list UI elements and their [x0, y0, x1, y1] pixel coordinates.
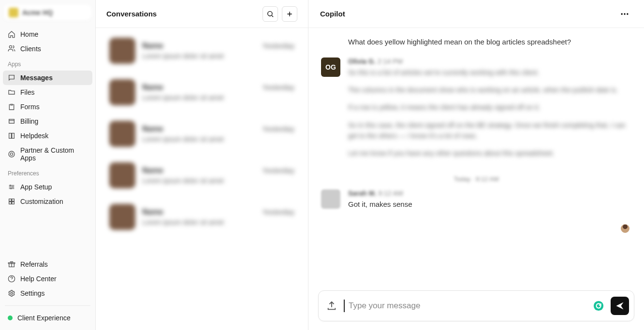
message-input[interactable]: [344, 300, 586, 312]
message-answer: OG Olivia G. 2:14 PM So this is a list o…: [321, 57, 631, 166]
folder-icon: [8, 88, 15, 96]
client-experience-status[interactable]: Client Experience: [3, 311, 92, 325]
gift-icon: [8, 260, 15, 268]
message-body: So this is a list of articles we’re curr…: [348, 67, 631, 159]
conversation-preview: Lorem ipsum dolor sit amet: [142, 218, 294, 226]
conversation-name: Name: [142, 208, 163, 216]
home-icon: [8, 30, 15, 38]
composer-area: [308, 285, 644, 330]
conversation-item[interactable]: NameYesterdayLorem ipsum dolor sit amet: [104, 199, 299, 235]
status-dot-icon: [8, 316, 13, 320]
sidebar-item-settings[interactable]: Settings: [3, 286, 92, 301]
sidebar-item-label: App Setup: [20, 183, 52, 191]
sidebar-item-messages[interactable]: Messages: [3, 71, 92, 85]
sidebar-item-files[interactable]: Files: [3, 85, 92, 100]
plus-icon: [286, 10, 293, 18]
conversation-time: Yesterday: [263, 84, 294, 91]
grid-icon: [8, 198, 15, 205]
sidebar-item-forms[interactable]: Forms: [3, 100, 92, 114]
sidebar-item-app-setup[interactable]: App Setup: [3, 180, 92, 194]
sidebar-item-referrals[interactable]: Referrals: [3, 257, 92, 272]
conversation-item[interactable]: NameYesterdayLorem ipsum dolor sit amet: [104, 74, 299, 110]
sidebar-item-label: Settings: [20, 289, 45, 297]
conversation-time: Yesterday: [263, 167, 294, 174]
chat-icon: [8, 74, 15, 82]
sidebar-item-label: Billing: [20, 117, 38, 125]
conversations-title: Conversations: [106, 10, 157, 18]
sidebar-item-label: Helpdesk: [20, 132, 48, 140]
conversation-time: Yesterday: [263, 208, 294, 216]
sidebar-item-label: Partner & Custom Apps: [20, 146, 88, 162]
message-text: What does yellow highlighted mean on the…: [348, 37, 631, 48]
sidebar-item-label: Files: [20, 88, 35, 96]
help-icon: [8, 275, 15, 283]
copilot-more-button[interactable]: [617, 6, 632, 22]
copilot-header: Copilot: [308, 0, 644, 28]
sidebar-item-home[interactable]: Home: [3, 27, 92, 42]
sidebar-item-label: Forms: [20, 103, 40, 111]
conversation-time: Yesterday: [263, 42, 294, 50]
avatar: [321, 189, 340, 209]
status-label: Client Experience: [17, 314, 71, 322]
book-icon: [8, 132, 15, 140]
avatar: [109, 38, 135, 64]
message-meta: Olivia G. 2:14 PM: [348, 57, 631, 65]
workspace-name: Acme HQ: [22, 9, 53, 16]
upload-icon: [326, 301, 337, 311]
message-composer: [318, 290, 634, 321]
message-text: Got it, makes sense: [348, 199, 631, 210]
message-question: What does yellow highlighted mean on the…: [321, 37, 631, 48]
apps-section-label: Apps: [3, 56, 92, 71]
sidebar-item-customization[interactable]: Customization: [3, 194, 92, 209]
conversation-name: Name: [142, 166, 163, 175]
workspace-switcher[interactable]: Acme HQ: [4, 5, 91, 20]
copilot-title: Copilot: [320, 10, 345, 18]
target-icon: [8, 150, 15, 158]
sidebar-item-label: Help Center: [20, 275, 57, 283]
avatar: [109, 204, 135, 230]
workspace-avatar: [9, 8, 18, 17]
grammarly-icon: [593, 301, 604, 311]
message-paragraph: Let me know if you have any other questi…: [348, 148, 631, 158]
message-paragraph: So in this case, the client signed off o…: [348, 120, 631, 142]
sidebar: Acme HQ HomeClients Apps MessagesFilesFo…: [0, 0, 96, 330]
conversation-item[interactable]: NameYesterdayLorem ipsum dolor sit amet: [104, 33, 299, 69]
conversation-item[interactable]: NameYesterdayLorem ipsum dolor sit amet: [104, 116, 299, 152]
conversation-name: Name: [142, 83, 163, 92]
new-conversation-button[interactable]: [282, 6, 297, 22]
copilot-panel: Copilot What does yellow highlighted mea…: [308, 0, 644, 330]
clipboard-icon: [8, 103, 15, 111]
sidebar-item-help-center[interactable]: Help Center: [3, 272, 92, 286]
date-divider: Today · 9:12 AM: [321, 175, 631, 183]
more-icon: [620, 9, 629, 19]
conversation-preview: Lorem ipsum dolor sit amet: [142, 94, 294, 101]
sidebar-item-billing[interactable]: Billing: [3, 114, 92, 129]
gear-icon: [8, 289, 15, 297]
sidebar-item-clients[interactable]: Clients: [3, 42, 92, 56]
svg-point-11: [594, 301, 603, 311]
sidebar-item-partner-apps[interactable]: Partner & Custom Apps: [3, 143, 92, 165]
conversations-list: NameYesterdayLorem ipsum dolor sit ametN…: [96, 28, 308, 240]
sliders-icon: [8, 183, 15, 191]
message-paragraph: The columns in the document show who is …: [348, 85, 631, 95]
conversation-time: Yesterday: [263, 125, 294, 133]
avatar: [109, 162, 135, 188]
conversation-name: Name: [142, 42, 163, 50]
send-icon: [615, 301, 625, 311]
sidebar-item-label: Customization: [20, 198, 63, 205]
send-button[interactable]: [611, 297, 629, 315]
conversation-preview: Lorem ipsum dolor sit amet: [142, 52, 294, 60]
conversations-panel: Conversations NameYesterdayLorem ipsum d…: [96, 0, 308, 330]
sidebar-item-label: Messages: [20, 74, 53, 82]
search-button[interactable]: [263, 6, 278, 22]
sidebar-item-label: Clients: [20, 45, 41, 53]
attach-button[interactable]: [326, 301, 337, 311]
billing-icon: [8, 117, 15, 125]
avatar: [109, 121, 135, 147]
sidebar-item-helpdesk[interactable]: Helpdesk: [3, 129, 92, 143]
conversation-item[interactable]: NameYesterdayLorem ipsum dolor sit amet: [104, 158, 299, 193]
message-thread: What does yellow highlighted mean on the…: [308, 28, 644, 285]
conversation-name: Name: [142, 125, 163, 133]
sidebar-divider: [5, 305, 90, 306]
prefs-section-label: Preferences: [3, 165, 92, 180]
